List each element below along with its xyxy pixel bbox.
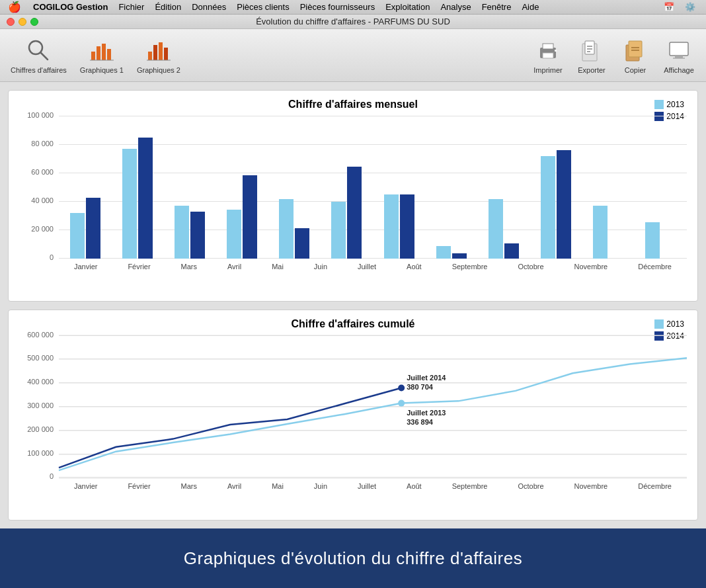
- btn-copier[interactable]: Copier: [619, 37, 652, 74]
- month-label-cumule: Avril: [227, 482, 241, 490]
- month-label: Décembre: [638, 263, 672, 271]
- bar-2013: [645, 222, 660, 259]
- menubar-fichier[interactable]: Fichier: [113, 2, 149, 12]
- bar-2013: [436, 246, 451, 259]
- btn-affichage[interactable]: Affichage: [662, 37, 695, 74]
- menubar-app[interactable]: COGILOG Gestion: [28, 2, 113, 12]
- bar-2013: [384, 194, 399, 259]
- svg-rect-2: [91, 52, 95, 60]
- cumule-legend-2013: 2013: [654, 319, 684, 329]
- month-label-cumule: Novembre: [574, 482, 608, 490]
- month-label-cumule: Octobre: [518, 482, 543, 490]
- month-label: Avril: [227, 263, 241, 271]
- bar-2014: [452, 253, 467, 259]
- menubar-edition[interactable]: Édition: [149, 2, 186, 12]
- chart-mensuel: Chiffre d'affaires mensuel 2013 2014 100…: [8, 90, 698, 302]
- y-axis-label-cumule: 600 000: [20, 331, 54, 339]
- menubar-pieces-fournisseurs[interactable]: Pièces fournisseurs: [295, 2, 380, 12]
- line-chart-area: 600 000500 000400 000300 000200 000100 0…: [19, 335, 687, 494]
- month-label: Août: [407, 263, 422, 271]
- month-bar-group: [331, 167, 362, 259]
- month-label: Juin: [314, 263, 327, 271]
- svg-rect-4: [102, 44, 106, 60]
- bar-2014: [138, 138, 153, 259]
- window-title: Évolution du chiffre d'affaires - PARFUM…: [256, 17, 450, 26]
- menubar-gear-icon: ⚙️: [680, 2, 701, 12]
- apple-menu[interactable]: 🍎: [5, 1, 28, 13]
- bar-2014: [295, 228, 309, 259]
- bar-2014: [347, 167, 362, 259]
- y-axis-label: 40 000: [20, 196, 54, 204]
- svg-rect-25: [670, 42, 688, 56]
- menubar-analyse[interactable]: Analyse: [435, 2, 476, 12]
- minimize-button[interactable]: [19, 18, 26, 26]
- bar-chart1-icon: [89, 37, 115, 63]
- menubar-aide[interactable]: Aide: [516, 2, 544, 12]
- month-label: Février: [128, 263, 150, 271]
- month-bar-group: [70, 198, 100, 259]
- month-bar-group: [489, 199, 519, 259]
- month-label-cumule: Mai: [272, 482, 284, 490]
- month-label-cumule: Décembre: [638, 482, 672, 490]
- bar-2014: [504, 243, 519, 259]
- btn-graphiques2-label: Graphiques 2: [137, 66, 180, 74]
- month-label-cumule: Juillet: [358, 482, 376, 490]
- menubar-exploitation[interactable]: Exploitation: [380, 2, 435, 12]
- month-bar-group: [122, 138, 153, 259]
- bar-2014: [400, 194, 414, 259]
- bar-2013: [175, 206, 189, 259]
- month-label: Septembre: [452, 263, 488, 271]
- y-axis-label: 0: [20, 253, 54, 261]
- chart-mensuel-title: Chiffre d'affaires mensuel: [19, 99, 687, 110]
- bar-2013: [279, 199, 294, 259]
- btn-chiffres-daffaires[interactable]: Chiffres d'affaires: [11, 37, 67, 74]
- month-label: Mars: [181, 263, 197, 271]
- btn-graphiques1[interactable]: Graphiques 1: [80, 37, 124, 74]
- close-button[interactable]: [7, 18, 15, 26]
- maximize-button[interactable]: [30, 18, 38, 26]
- bar-2014: [243, 175, 257, 259]
- y-axis-label-cumule: 0: [20, 472, 54, 480]
- menubar-fenetre[interactable]: Fenêtre: [477, 2, 517, 12]
- btn-graphiques2[interactable]: Graphiques 2: [137, 37, 180, 74]
- bar-2013: [70, 213, 85, 259]
- traffic-lights[interactable]: [7, 18, 38, 26]
- btn-exporter[interactable]: Exporter: [575, 37, 608, 74]
- svg-point-36: [398, 399, 405, 406]
- y-axis-label-cumule: 400 000: [20, 378, 54, 386]
- month-label-cumule: Janvier: [74, 482, 97, 490]
- svg-rect-9: [159, 42, 163, 60]
- bar-chart-area: 100 00080 00060 00040 00020 0000 Janvier…: [19, 116, 687, 274]
- svg-rect-3: [97, 46, 100, 60]
- cumule-legend-color-2013: [654, 319, 664, 329]
- svg-text:336 894: 336 894: [407, 417, 434, 425]
- titlebar: Évolution du chiffre d'affaires - PARFUM…: [0, 15, 706, 29]
- footer: Graphiques d'évolution du chiffre d'affa…: [0, 528, 706, 588]
- btn-affichage-label: Affichage: [664, 66, 694, 74]
- month-label: Janvier: [74, 263, 97, 271]
- svg-text:Juillet 2013: Juillet 2013: [407, 408, 446, 416]
- display-icon: [666, 37, 692, 63]
- btn-imprimer[interactable]: Imprimer: [531, 37, 565, 74]
- month-label-cumule: Février: [128, 482, 150, 490]
- menubar-pieces-clients[interactable]: Pièces clients: [231, 2, 294, 12]
- y-axis-label: 80 000: [20, 140, 54, 147]
- y-axis-label-cumule: 100 000: [20, 449, 54, 457]
- y-axis-label: 60 000: [20, 168, 54, 176]
- month-label: Octobre: [518, 263, 543, 271]
- month-bar-group: [593, 206, 623, 259]
- bar-2014: [86, 198, 100, 259]
- svg-rect-15: [555, 50, 557, 52]
- bar-2013: [227, 210, 241, 259]
- footer-text: Graphiques d'évolution du chiffre d'affa…: [184, 548, 522, 569]
- bar-chart2-icon: [145, 37, 172, 63]
- svg-rect-17: [585, 41, 594, 54]
- y-axis-label-cumule: 500 000: [20, 354, 54, 362]
- toolbar: Chiffres d'affaires Graphiques 1: [0, 29, 706, 82]
- month-bar-group: [279, 199, 309, 259]
- line-chart-svg: Juillet 2014380 704Juillet 2013336 894: [59, 335, 687, 478]
- btn-copier-label: Copier: [625, 66, 646, 74]
- menubar-donnees[interactable]: Données: [186, 2, 231, 12]
- menubar: 🍎 COGILOG Gestion Fichier Édition Donnée…: [0, 0, 706, 15]
- legend-label-2013: 2013: [666, 100, 684, 109]
